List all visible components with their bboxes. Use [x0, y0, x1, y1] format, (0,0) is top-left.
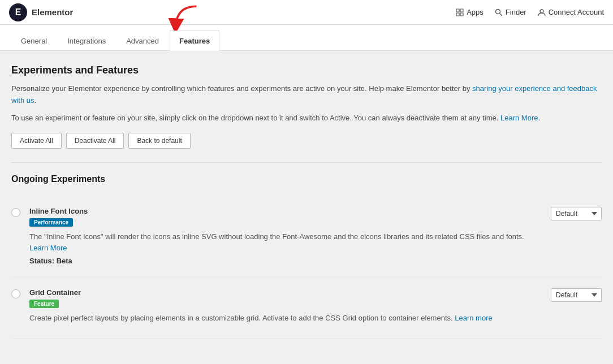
back-to-default-button[interactable]: Back to default [128, 133, 190, 149]
account-icon [538, 8, 546, 16]
experiment-control-inline-font-icons: DefaultActiveInactive [551, 207, 602, 220]
svg-line-1 [500, 13, 502, 15]
experiment-name-inline-font-icons: Inline Font Icons [29, 207, 542, 215]
section-title: Experiments and Features [11, 64, 602, 76]
tab-features[interactable]: Features [170, 31, 219, 51]
experiment-radio-inline-font-icons[interactable] [11, 208, 20, 217]
tab-general[interactable]: General [11, 31, 57, 51]
deactivate-all-button[interactable]: Deactivate All [66, 133, 124, 149]
tab-advanced[interactable]: Advanced [116, 31, 169, 51]
action-buttons: Activate All Deactivate All Back to defa… [11, 133, 602, 149]
navbar: E Elementor Apps Finder Connect Account [0, 0, 613, 25]
experiment-learn-more-grid-container[interactable]: Learn more [455, 314, 492, 322]
apps-icon [456, 8, 464, 16]
logo-letter: E [15, 7, 21, 18]
svg-point-0 [495, 9, 500, 14]
experiment-desc-grid-container: Create pixel perfect layouts by placing … [29, 313, 542, 324]
navbar-left: E Elementor [9, 3, 73, 21]
experiment-radio-grid-container[interactable] [11, 289, 20, 298]
search-icon [495, 8, 503, 16]
experiment-control-grid-container: DefaultActiveInactive [551, 288, 602, 302]
activate-all-button[interactable]: Activate All [11, 133, 62, 149]
experiment-status-inline-font-icons: Status: Beta [29, 257, 542, 265]
experiments-list: Inline Font Icons Performance The "Inlin… [11, 196, 602, 339]
experiment-name-grid-container: Grid Container [29, 288, 542, 297]
connect-account-label: Connect Account [549, 8, 604, 16]
experiment-badge-grid-container: Feature [29, 300, 59, 308]
ongoing-experiments-title: Ongoing Experiments [11, 174, 602, 184]
connect-account-link[interactable]: Connect Account [538, 8, 604, 16]
experiment-desc-inline-font-icons: The "Inline Font Icons" will render the … [29, 231, 542, 253]
main-content: Experiments and Features Personalize you… [0, 51, 613, 353]
tab-integrations[interactable]: Integrations [58, 31, 115, 51]
learn-more-link[interactable]: Learn More. [500, 114, 540, 122]
apps-label: Apps [467, 8, 484, 16]
experiment-dropdown-grid-container[interactable]: DefaultActiveInactive [551, 288, 602, 302]
experiment-row-grid-container: Grid Container Feature Create pixel perf… [11, 277, 602, 339]
experiment-info-grid-container: Grid Container Feature Create pixel perf… [29, 288, 542, 327]
experiment-row-inline-font-icons: Inline Font Icons Performance The "Inlin… [11, 196, 602, 277]
finder-label: Finder [506, 8, 526, 16]
description-2: To use an experiment or feature on your … [11, 112, 602, 124]
experiment-learn-more-inline-font-icons[interactable]: Learn More [29, 244, 67, 252]
description-1: Personalize your Elementor experience by… [11, 83, 602, 107]
svg-point-2 [540, 10, 543, 13]
finder-link[interactable]: Finder [495, 8, 526, 16]
experiment-dropdown-inline-font-icons[interactable]: DefaultActiveInactive [551, 207, 602, 220]
tabs-container: General Integrations Advanced Features [0, 25, 613, 51]
navbar-right: Apps Finder Connect Account [456, 8, 604, 16]
elementor-logo: E [9, 3, 27, 21]
experiment-badge-inline-font-icons: Performance [29, 218, 73, 227]
apps-link[interactable]: Apps [456, 8, 484, 16]
experiment-info-inline-font-icons: Inline Font Icons Performance The "Inlin… [29, 207, 542, 265]
brand-name: Elementor [32, 7, 73, 17]
divider [11, 162, 602, 163]
